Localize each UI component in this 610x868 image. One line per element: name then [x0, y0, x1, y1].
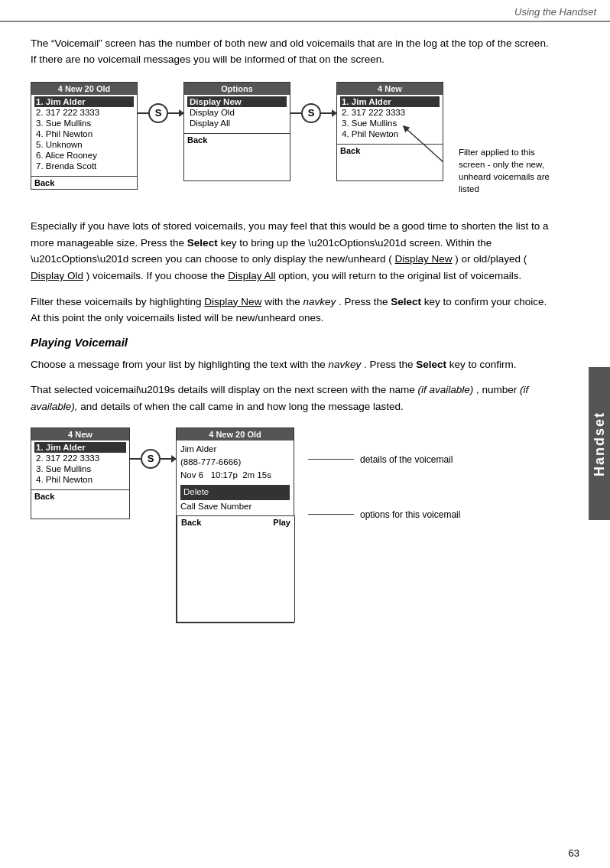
connector3: S	[130, 449, 176, 469]
page-number: 63	[569, 847, 579, 859]
arrow-line-right1	[168, 112, 183, 114]
filter-note-area: Filter applied to this screen - only the…	[451, 143, 550, 195]
display-new-highlight: Display New	[204, 296, 261, 307]
screen1-item-1: 1. Jim Alder	[34, 96, 134, 107]
diagram2-screen2-title: 4 New 20 Old	[177, 428, 294, 441]
screen2-body: Display New Display Old Display All	[184, 95, 290, 130]
annotation-details-text: details of the voicemail	[360, 454, 453, 465]
playing-voicemail-heading: Playing Voicemail	[31, 336, 550, 349]
intro-paragraph: The “Voicemail” screen has the number of…	[31, 36, 550, 68]
display-old-inline: Display Old	[31, 270, 83, 281]
diagram2-screen2: 4 New 20 Old Jim Alder (888-777-6666) No…	[176, 427, 294, 623]
diagram2-screen1-title: 4 New	[31, 428, 129, 441]
filter-arrow-svg	[397, 120, 459, 166]
display-new-inline: Display New	[395, 253, 453, 265]
diagram2-screen1-body: 1. Jim Alder 2. 317 222 3333 3. Sue Mull…	[31, 441, 129, 486]
connector2: S	[290, 103, 336, 123]
diagram2-screen2-body: Jim Alder (888-777-6666) Nov 6 10:17p 2m…	[177, 441, 294, 515]
detail-name: Jim Alder	[180, 443, 290, 456]
screen1-title: 4 New 20 Old	[31, 83, 137, 95]
diagram2-screen1-footer: Back	[31, 489, 129, 502]
screen3-item-1: 1. Jim Alder	[340, 96, 440, 107]
body-paragraph-2: Filter these voicemails by highlighting …	[31, 294, 550, 327]
delete-option: Delete	[180, 485, 290, 499]
body-paragraph-4: That selected voicemail\u2019s details w…	[31, 382, 550, 414]
page-header: Using the Handset	[0, 0, 610, 22]
display-all-option: Display All	[187, 118, 287, 128]
display-old-option: Display Old	[187, 107, 287, 118]
display-all-inline: Display All	[228, 270, 275, 281]
arrow-line-right2	[321, 112, 336, 114]
annotations-area: details of the voicemail options for thi…	[308, 427, 460, 543]
annotation-options-text: options for this voicemail	[360, 509, 460, 520]
connector1: S	[138, 103, 183, 123]
screen2-title: Options	[184, 83, 290, 95]
display-new-option: Display New	[187, 96, 287, 107]
s-circle-3: S	[141, 449, 161, 469]
arrow-line-left2	[290, 112, 301, 114]
diagram2-screen2-footer: Back Play	[177, 515, 295, 623]
screen2-footer: Back	[184, 133, 290, 146]
diagram1: 4 New 20 Old 1. Jim Alder 2. 317 222 333…	[31, 82, 550, 195]
body-paragraph-3: Choose a message from your list by highl…	[31, 356, 550, 373]
detail-datetime: Nov 6 10:17p 2m 15s	[180, 469, 290, 482]
s-circle-2: S	[301, 103, 321, 123]
diagram2-screen1: 4 New 1. Jim Alder 2. 317 222 3333 3. Su…	[31, 427, 130, 519]
diagram2: 4 New 1. Jim Alder 2. 317 222 3333 3. Su…	[31, 427, 550, 623]
svg-line-0	[405, 128, 443, 162]
body-paragraph-1: Especially if you have lots of stored vo…	[31, 218, 550, 284]
navkey-ref-1: navkey	[303, 296, 336, 307]
call-option: Call	[180, 502, 196, 511]
filter-note: Filter applied to this screen - only the…	[459, 146, 550, 195]
sidebar-tab: Handset	[589, 367, 610, 520]
annotation-details: details of the voicemail	[308, 454, 460, 465]
detail-phone: (888-777-6666)	[180, 456, 290, 469]
s-circle-1: S	[148, 103, 168, 123]
if-available-1: (if available)	[418, 384, 474, 395]
play-button-d2: Play	[273, 518, 290, 620]
screen1-body: 1. Jim Alder 2. 317 222 3333 3. Sue Mull…	[31, 95, 137, 173]
screen2-options: Options Display New Display Old Display …	[183, 82, 290, 181]
screen1: 4 New 20 Old 1. Jim Alder 2. 317 222 333…	[31, 82, 138, 190]
annotation-options: options for this voicemail	[308, 509, 460, 520]
save-number-option: Save Number	[198, 502, 251, 511]
screen3-title: 4 New	[337, 83, 443, 95]
back-button-d2: Back	[181, 518, 201, 620]
navkey-ref-2: navkey	[328, 359, 361, 370]
arrow-line-left1	[138, 112, 148, 114]
screen1-footer: Back	[31, 176, 137, 189]
